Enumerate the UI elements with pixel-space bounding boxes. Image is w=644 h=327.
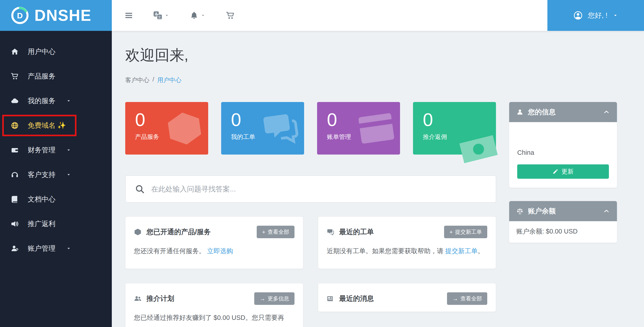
arrow-right-icon: → <box>260 296 266 302</box>
card-title: 您已开通的产品/服务 <box>146 227 211 237</box>
sidebar-item-label: 财务管理 <box>28 146 56 155</box>
sidebar-item-affiliate[interactable]: 推广返利 <box>0 212 112 236</box>
sidebar-item-label: 产品服务 <box>28 72 56 81</box>
stat-label: 产品服务 <box>135 133 208 141</box>
card-body-text: 您已经通过推荐好友赚到了 $0.00 USD。您只需要再 <box>134 314 284 321</box>
chevron-down-icon <box>200 13 206 18</box>
chevron-down-icon <box>66 98 72 104</box>
sidebar-item-user-center[interactable]: 用户中心 <box>0 39 112 64</box>
logo-area[interactable]: DNSHE <box>0 0 112 31</box>
chevron-down-icon <box>66 147 72 153</box>
update-details-button[interactable]: 更新 <box>517 164 609 179</box>
card-header: 您已开通的产品/服务 + 查看全部 <box>126 217 303 245</box>
card-body: 您还没有开通任何服务。 立即选购 <box>126 245 303 268</box>
menu-toggle-button[interactable] <box>124 11 133 20</box>
sidebar-menu: 用户中心 产品服务 我的服务 免费域名 ✨ 财务管理 客户支持 文档 <box>0 31 112 261</box>
stat-tile-affiliate[interactable]: 0 推介返佣 <box>413 102 496 154</box>
chevron-up-icon <box>603 109 610 116</box>
card-header: 推介计划 → 更多信息 <box>126 284 303 312</box>
cart-icon <box>11 72 19 80</box>
plus-icon: + <box>450 229 453 235</box>
book-icon <box>11 195 19 203</box>
your-info-panel-body: China 更新 <box>509 122 617 188</box>
sidebar-item-billing[interactable]: 财务管理 <box>0 138 112 162</box>
open-ticket-button[interactable]: + 提交新工单 <box>444 226 487 238</box>
sidebar-item-label: 文档中心 <box>28 194 56 204</box>
user-menu[interactable]: 您好, ! <box>548 0 644 31</box>
sidebar-item-docs[interactable]: 文档中心 <box>0 187 112 212</box>
stat-tile-tickets[interactable]: 0 我的工单 <box>221 102 304 154</box>
stat-label: 我的工单 <box>231 133 304 141</box>
your-info-panel-header[interactable]: 您的信息 <box>509 102 617 122</box>
card-body-text: 您还没有开通任何服务。 <box>134 247 205 254</box>
account-balance-panel-header[interactable]: 账户余额 <box>509 201 617 221</box>
bell-icon <box>190 11 198 20</box>
content-left-column: 0 产品服务 0 我的工单 0 账单管理 0 <box>125 102 496 327</box>
account-balance-panel: 账户余额 账户余额: $0.00 USD <box>509 201 617 243</box>
cards-right-column: 最近的工单 + 提交新工单 近期没有工单。如果您需要获取帮助，请 提交新工单。 <box>318 216 496 312</box>
card-news: 最近的消息 → 查看全部 <box>318 283 496 312</box>
panel-title: 您的信息 <box>528 107 556 117</box>
card-affiliate: 推介计划 → 更多信息 您已经通过推荐好友赚到了 $0.00 USD。您只需要再 <box>125 283 303 327</box>
cards-grid: 您已开通的产品/服务 + 查看全部 您还没有开通任何服务。 立即选购 <box>125 216 496 327</box>
news-icon <box>327 295 334 302</box>
sidebar-item-free-domain[interactable]: 免费域名 ✨ <box>0 113 112 138</box>
breadcrumb-current[interactable]: 用户中心 <box>158 76 182 84</box>
card-title: 最近的工单 <box>339 227 374 237</box>
knowledgebase-search <box>125 175 496 203</box>
sidebar-item-label: 账户管理 <box>28 244 56 253</box>
sidebar: DNSHE 用户中心 产品服务 我的服务 免费域名 ✨ 财务管理 客户支持 <box>0 0 112 327</box>
cloud-icon <box>11 97 19 105</box>
box-icon <box>134 228 142 236</box>
brand-name: DNSHE <box>34 6 92 24</box>
stat-label: 推介返佣 <box>423 133 496 141</box>
chevron-down-icon <box>164 13 170 18</box>
card-body-text: 近期没有工单。如果您需要获取帮助，请 <box>327 247 445 254</box>
card-body-suffix: 。 <box>478 247 484 254</box>
stat-tiles: 0 产品服务 0 我的工单 0 账单管理 0 <box>125 102 496 154</box>
button-label: 查看全部 <box>460 295 482 302</box>
card-body: 近期没有工单。如果您需要获取帮助，请 提交新工单。 <box>318 245 496 268</box>
plus-icon: + <box>262 229 266 235</box>
empty-name-lines <box>517 128 609 149</box>
cards-left-column: 您已开通的产品/服务 + 查看全部 您还没有开通任何服务。 立即选购 <box>125 216 303 327</box>
language-dropdown[interactable] <box>154 11 170 20</box>
your-info-panel: 您的信息 China 更新 <box>509 102 617 188</box>
comments-icon <box>327 228 334 236</box>
view-all-news-button[interactable]: → 查看全部 <box>447 292 487 305</box>
breadcrumb-separator: / <box>152 76 154 84</box>
user-circle-icon <box>573 10 583 20</box>
sidebar-item-label: 用户中心 <box>28 47 56 56</box>
account-balance-text: 账户余额: $0.00 USD <box>509 221 617 243</box>
button-label: 查看全部 <box>268 228 289 236</box>
search-input[interactable] <box>151 185 486 193</box>
panel-title: 账户余额 <box>528 206 556 216</box>
stat-value: 0 <box>135 110 208 129</box>
card-header: 最近的消息 → 查看全部 <box>318 284 496 312</box>
headset-icon <box>11 171 19 179</box>
cart-button[interactable] <box>226 11 235 20</box>
affiliate-more-info-button[interactable]: → 更多信息 <box>254 292 294 305</box>
arrow-right-icon: → <box>452 296 458 302</box>
sidebar-item-label: 推广返利 <box>28 219 56 228</box>
chevron-down-icon <box>612 12 618 18</box>
breadcrumb-parent[interactable]: 客户中心 <box>125 76 149 84</box>
stat-tile-invoices[interactable]: 0 账单管理 <box>317 102 400 154</box>
view-all-products-button[interactable]: + 查看全部 <box>257 226 294 238</box>
balance-scale-icon <box>516 208 524 215</box>
sidebar-item-account[interactable]: 账户管理 <box>0 236 112 261</box>
sidebar-item-my-services[interactable]: 我的服务 <box>0 88 112 113</box>
chevron-up-icon <box>603 208 610 214</box>
notifications-dropdown[interactable] <box>190 11 206 20</box>
content-right-column: 您的信息 China 更新 账户余额 <box>509 102 617 256</box>
stat-tile-products[interactable]: 0 产品服务 <box>125 102 208 154</box>
submit-ticket-link[interactable]: 提交新工单 <box>445 247 478 254</box>
sidebar-item-support[interactable]: 客户支持 <box>0 162 112 187</box>
sidebar-item-products[interactable]: 产品服务 <box>0 64 112 88</box>
country-text: China <box>517 149 609 156</box>
home-icon <box>11 48 19 56</box>
card-products: 您已开通的产品/服务 + 查看全部 您还没有开通任何服务。 立即选购 <box>125 216 303 269</box>
order-now-link[interactable]: 立即选购 <box>207 247 233 254</box>
stat-value: 0 <box>327 110 400 129</box>
cart-icon <box>226 11 235 20</box>
